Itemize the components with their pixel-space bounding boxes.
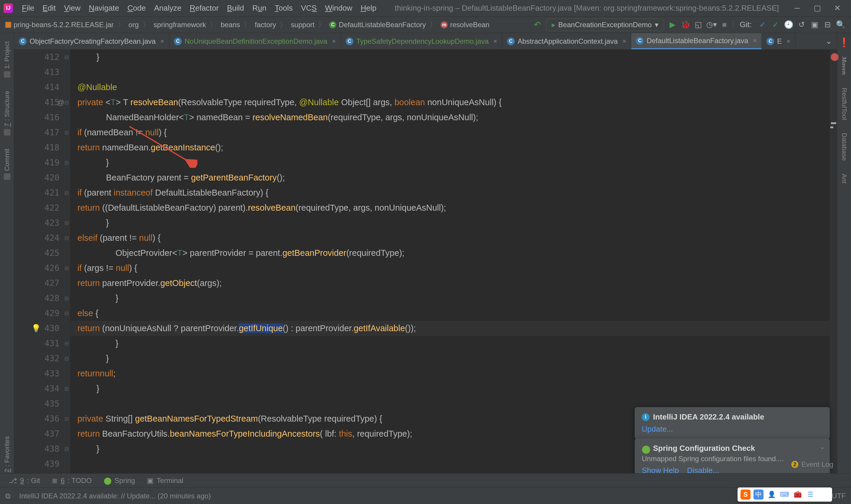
- menu-edit[interactable]: Edit: [38, 2, 60, 14]
- code-line[interactable]: return (nonUniqueAsNull ? parentProvider…: [70, 321, 837, 336]
- run-config-selector[interactable]: ▸ BeanCreationExceptionDemo ▾: [546, 19, 664, 31]
- gutter-row[interactable]: 417⊟: [14, 125, 70, 140]
- gutter-row[interactable]: 414: [14, 80, 70, 95]
- gutter-row[interactable]: 427: [14, 276, 70, 291]
- ime-toolbar[interactable]: S 中 👤 ⌨ 🧰 ☰: [738, 487, 832, 502]
- crumb-method[interactable]: mresolveBean: [438, 19, 492, 30]
- error-stripe[interactable]: ⬤: [830, 50, 837, 486]
- maximize-icon[interactable]: ▢: [813, 4, 821, 13]
- fold-icon[interactable]: ⊟: [65, 220, 69, 226]
- run-button[interactable]: ▶: [668, 20, 677, 29]
- crumb-support[interactable]: support: [288, 19, 318, 30]
- code-line[interactable]: return ((DefaultListableBeanFactory) par…: [70, 200, 837, 215]
- tab-close-icon[interactable]: ×: [753, 37, 757, 44]
- gutter-row[interactable]: 428⊟: [14, 291, 70, 306]
- ime-logo-icon[interactable]: S: [741, 489, 750, 500]
- gutter-row[interactable]: 419⊟: [14, 155, 70, 170]
- close-icon[interactable]: ✕: [833, 4, 841, 13]
- editor-tab[interactable]: CAbstractApplicationContext.java×: [502, 33, 631, 49]
- fold-icon[interactable]: ⊟: [65, 190, 69, 196]
- profile-button[interactable]: ◷▾: [707, 20, 716, 29]
- tab-close-icon[interactable]: ×: [493, 37, 497, 45]
- git-update-button[interactable]: ✓: [758, 20, 767, 29]
- menu-run[interactable]: Run: [248, 2, 271, 14]
- code-line[interactable]: [70, 65, 837, 80]
- menu-file[interactable]: File: [18, 2, 38, 14]
- toolwindow-database[interactable]: Database: [839, 129, 849, 165]
- tabs-dropdown-icon[interactable]: ⌄: [826, 37, 832, 46]
- tab-close-icon[interactable]: ×: [160, 37, 164, 45]
- code-line[interactable]: return null;: [70, 366, 837, 381]
- git-commit-button[interactable]: ✓: [771, 20, 780, 29]
- gutter-row[interactable]: 423⊟: [14, 215, 70, 230]
- ime-skin-icon[interactable]: ☰: [805, 489, 816, 500]
- gutter-row[interactable]: 434⊟: [14, 381, 70, 396]
- gutter-row[interactable]: 431⊟: [14, 336, 70, 351]
- toolwindow-terminal[interactable]: ▣Terminal: [143, 475, 188, 487]
- coverage-button[interactable]: ◱: [694, 20, 703, 29]
- gutter-row[interactable]: 432⊟: [14, 351, 70, 366]
- gutter-row[interactable]: 422: [14, 200, 70, 215]
- editor-tab[interactable]: CTypeSafetyDependencyLookupDemo.java×: [341, 33, 502, 49]
- gutter-row[interactable]: 421⊟: [14, 185, 70, 200]
- toolwindow-spring[interactable]: ⬤Spring: [99, 475, 139, 487]
- gutter-row[interactable]: 433: [14, 366, 70, 381]
- crumb-beans[interactable]: beans: [218, 19, 243, 30]
- git-history-button[interactable]: 🕘: [784, 20, 793, 29]
- event-log-button[interactable]: 2 Event Log: [791, 460, 833, 469]
- toolwindow-todo[interactable]: ≣6: TODO: [48, 475, 96, 487]
- gutter-row[interactable]: 424⊟: [14, 230, 70, 246]
- menu-window[interactable]: Window: [321, 2, 356, 14]
- tabs-overflow[interactable]: ⌄: [821, 33, 837, 49]
- code-line[interactable]: return parentProvider.getObject(args);: [70, 276, 837, 291]
- menu-tools[interactable]: Tools: [271, 2, 297, 14]
- code-line[interactable]: if (namedBean != null) {: [70, 125, 837, 140]
- code-line[interactable]: if (parent instanceof DefaultListableBea…: [70, 185, 837, 200]
- tab-close-icon[interactable]: ×: [622, 37, 627, 45]
- toolwindow-git[interactable]: ⎇9: Git: [5, 475, 44, 487]
- project-structure-button[interactable]: ▣: [810, 20, 819, 29]
- code-line[interactable]: BeanFactory parent = getParentBeanFactor…: [70, 170, 837, 185]
- statusbar-collapse-icon[interactable]: ⧉: [5, 492, 10, 500]
- crumb-jar[interactable]: pring-beans-5.2.2.RELEASE.jar: [2, 19, 117, 30]
- menu-view[interactable]: View: [60, 2, 85, 14]
- fold-icon[interactable]: ⊟: [65, 129, 69, 136]
- code-line[interactable]: }: [70, 215, 837, 230]
- editor-tab[interactable]: CNoUniqueBeanDefinitionExceptionDemo.jav…: [169, 33, 341, 49]
- fold-icon[interactable]: ⊟: [65, 340, 69, 347]
- gutter-row[interactable]: 439: [14, 456, 70, 471]
- gutter-row[interactable]: 438⊟: [14, 442, 70, 456]
- gutter-row[interactable]: 416: [14, 110, 70, 125]
- notif-expand-icon[interactable]: ⌄: [820, 443, 825, 451]
- fold-icon[interactable]: ⊟: [65, 310, 69, 317]
- crumb-springframework[interactable]: springframework: [151, 19, 209, 30]
- menu-build[interactable]: Build: [223, 2, 248, 14]
- code-line[interactable]: }: [70, 155, 837, 170]
- code-line[interactable]: }: [70, 291, 837, 306]
- gutter-row[interactable]: 436⊟: [14, 411, 70, 426]
- stripe-mark[interactable]: [830, 126, 833, 128]
- intention-bulb-icon[interactable]: 💡: [32, 324, 40, 332]
- code-line[interactable]: private <T> T resolveBean(ResolvableType…: [70, 95, 837, 110]
- gutter-row[interactable]: 420: [14, 170, 70, 185]
- gutter-row[interactable]: 435: [14, 396, 70, 411]
- stripe-mark[interactable]: [831, 122, 836, 124]
- minimize-icon[interactable]: ─: [793, 4, 801, 13]
- code-line[interactable]: }: [70, 336, 837, 351]
- ime-voice-icon[interactable]: 👤: [766, 489, 777, 500]
- tab-close-icon[interactable]: ×: [786, 37, 791, 45]
- code-line[interactable]: return namedBean.getBeanInstance();: [70, 140, 837, 155]
- ime-toolbox-icon[interactable]: 🧰: [793, 489, 802, 500]
- gutter-row[interactable]: 418: [14, 140, 70, 155]
- ide-settings-button[interactable]: ⊟: [823, 20, 832, 29]
- git-rollback-button[interactable]: ↺: [797, 20, 806, 29]
- code-line[interactable]: }: [70, 381, 837, 396]
- override-icon[interactable]: @: [57, 98, 65, 107]
- crumb-org[interactable]: org: [126, 19, 142, 30]
- menu-code[interactable]: Code: [123, 2, 150, 14]
- menu-navigate[interactable]: Navigate: [85, 2, 124, 14]
- editor-tab[interactable]: CObjectFactoryCreatingFactoryBean.java×: [14, 33, 169, 49]
- toolwindow-structure[interactable]: 7: Structure: [2, 87, 12, 140]
- code-line[interactable]: ObjectProvider<T> parentProvider = paren…: [70, 246, 837, 260]
- gutter-row[interactable]: 437: [14, 426, 70, 442]
